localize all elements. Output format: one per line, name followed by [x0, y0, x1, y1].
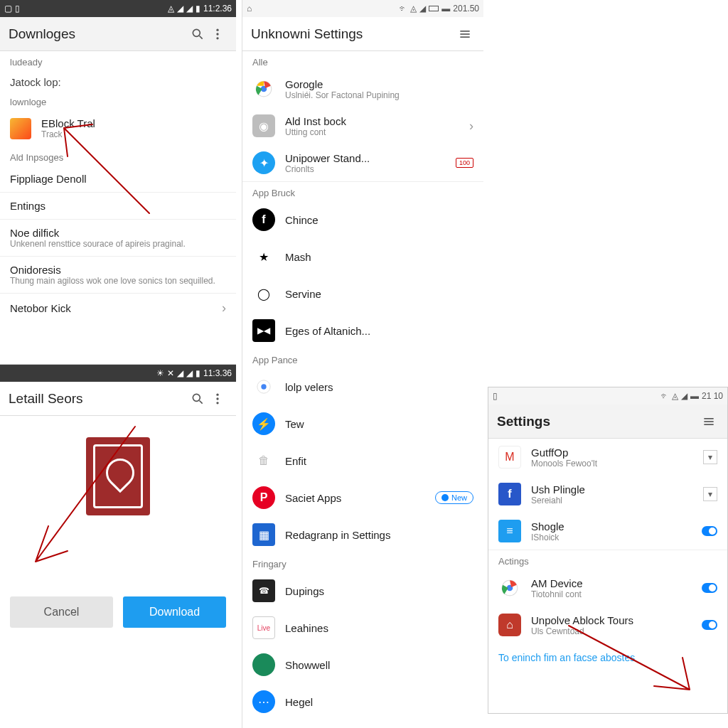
- download-button[interactable]: Download: [123, 596, 226, 628]
- app-bar: Unknowni Settings: [242, 17, 483, 51]
- battery-icon: ▬: [441, 4, 450, 14]
- status-icon: ⌂: [247, 4, 252, 14]
- new-toggle[interactable]: New: [435, 491, 473, 504]
- item-title: Servine: [285, 288, 473, 300]
- app-row-unipower[interactable]: ✦ Unipower Stand...Crionlts 100: [242, 144, 483, 182]
- hamburger-menu-icon[interactable]: [699, 412, 719, 432]
- item-title: Chince: [285, 214, 473, 226]
- item-title: Gorogle: [285, 78, 473, 90]
- svg-point-8: [216, 397, 218, 400]
- settings-row-ushplingle[interactable]: f Ush PlingleSereiahl ▾: [488, 476, 727, 513]
- panel-settings: ▯ ᯤ ◬ ◢ ▬ 21 10 Settings M GutffOpMonool…: [488, 387, 728, 714]
- item-title: Dupings: [285, 585, 473, 597]
- cancel-button[interactable]: Cancel: [10, 596, 113, 628]
- list-item[interactable]: OnidoresisThung main agiloss wok one lov…: [0, 257, 236, 294]
- item-subtitle: Track: [41, 129, 226, 139]
- settings-row-amdevice[interactable]: AM DeviceTiotohnil cont: [488, 569, 727, 606]
- item-title: Eges of Altanich...: [285, 325, 473, 337]
- item-title: Shogle: [531, 520, 692, 532]
- battery-icon: [429, 6, 439, 11]
- list-item[interactable]: ⚡Tew: [242, 405, 483, 442]
- app-thumbnail-icon: [10, 118, 31, 139]
- app-icon: ⌂: [498, 614, 521, 636]
- item-subtitle: Sereiahl: [531, 496, 693, 505]
- twitter-icon: ✦: [252, 151, 275, 174]
- panel-downloads: ▢ ▯ ◬ ◢ ◢ ▮ 11:2.36 Downloges ludeady Ja…: [0, 0, 236, 364]
- app-row-aldinstbock[interactable]: ◉ Ald Inst bockUtting cont ›: [242, 107, 483, 144]
- list-item[interactable]: LiveLeahines: [242, 609, 483, 646]
- footer-link[interactable]: To eninch fim an facse abostes: [488, 643, 727, 672]
- item-title: Tew: [285, 418, 473, 430]
- download-item[interactable]: EBlock Tral Track: [0, 110, 236, 146]
- svg-line-6: [200, 400, 203, 403]
- svg-point-0: [193, 29, 200, 36]
- apk-icon: [86, 437, 150, 515]
- item-subtitle: Utting cont: [285, 127, 459, 137]
- trash-icon: 🗑: [252, 449, 275, 472]
- item-title: Saciet Apps: [285, 492, 425, 504]
- list-item[interactable]: ★Mash: [242, 238, 483, 275]
- network-icon: ᯤ: [399, 4, 407, 14]
- item-title: Redagranp in Settings: [285, 529, 473, 541]
- app-icon: f: [498, 483, 521, 505]
- clock: 11:2.36: [203, 4, 232, 14]
- list-item[interactable]: ▶◀Eges of Altanich...: [242, 312, 483, 349]
- item-subtitle: Thung main agiloss wok one love sonics t…: [10, 276, 226, 286]
- list-item[interactable]: PSaciet AppsNew: [242, 479, 483, 516]
- settings-row-unpolve[interactable]: ⌂ Unpolve Ablock ToursUls Cewntoad: [488, 606, 727, 643]
- video-icon: ▶◀: [252, 319, 275, 342]
- status-bar: ▯ ᯤ ◬ ◢ ▬ 21 10: [488, 387, 727, 405]
- close-icon: ✕: [167, 368, 174, 378]
- status-icon: ▯: [15, 4, 20, 14]
- chevron-right-icon: ›: [222, 301, 226, 316]
- item-title: Entings: [10, 200, 226, 212]
- section-label: lownloge: [0, 91, 236, 110]
- chrome-icon: [252, 375, 275, 398]
- hamburger-menu-icon[interactable]: [455, 24, 475, 44]
- section-label: Actings: [488, 550, 727, 569]
- list-item[interactable]: lolp velers: [242, 368, 483, 405]
- list-item[interactable]: Netobor Kick›: [0, 294, 236, 323]
- search-icon[interactable]: [188, 389, 208, 409]
- page-title: Settings: [497, 414, 699, 429]
- list-item[interactable]: Noe dilfickUnkenenl rensttice sourace of…: [0, 220, 236, 257]
- wifi-icon: ◬: [672, 391, 678, 401]
- dropdown-icon[interactable]: ▾: [703, 487, 717, 501]
- toggle-switch[interactable]: [702, 620, 717, 630]
- list-item[interactable]: ☎Dupings: [242, 572, 483, 609]
- list-item[interactable]: ▦Redagranp in Settings: [242, 516, 483, 553]
- pill-label: New: [451, 493, 467, 502]
- svg-point-7: [216, 393, 218, 395]
- toggle-switch[interactable]: [702, 583, 717, 593]
- item-title: Showwell: [285, 659, 473, 671]
- section-label: App Bruck: [242, 182, 483, 201]
- status-bar: ▢ ▯ ◬ ◢ ◢ ▮ 11:2.36: [0, 0, 236, 17]
- battery-icon: ▮: [196, 368, 200, 378]
- section-label: Jatock lop:: [0, 70, 236, 91]
- brightness-icon: ☀: [156, 368, 164, 378]
- overflow-menu-icon[interactable]: [208, 389, 228, 409]
- calendar-icon: ▦: [252, 523, 275, 546]
- list-item[interactable]: Entings: [0, 193, 236, 220]
- section-label: Alle: [242, 51, 483, 70]
- list-item[interactable]: 🗑Enfit: [242, 442, 483, 479]
- app-row-gorogle[interactable]: GorogleUslniéi. Sor Factonal Pupining: [242, 70, 483, 107]
- list-item[interactable]: Fippliage Denoll: [0, 166, 236, 193]
- item-subtitle: Tiotohnil cont: [531, 589, 692, 599]
- section-label: ludeady: [0, 51, 236, 70]
- list-item[interactable]: Showwell: [242, 646, 483, 683]
- toggle-switch[interactable]: [702, 526, 717, 536]
- list-item[interactable]: ⋯Hegel: [242, 683, 483, 720]
- search-icon[interactable]: [188, 24, 208, 44]
- dropdown-icon[interactable]: ▾: [703, 450, 717, 464]
- item-subtitle: Unkenenl rensttice sourace of apireis pr…: [10, 239, 226, 249]
- overflow-menu-icon[interactable]: [208, 24, 228, 44]
- item-subtitle: Monools Fewoo'lt: [531, 459, 693, 469]
- list-item[interactable]: fChince: [242, 201, 483, 238]
- settings-row-gutffop[interactable]: M GutffOpMonools Fewoo'lt ▾: [488, 439, 727, 476]
- settings-row-shogle[interactable]: ≡ ShogleIShoick: [488, 513, 727, 550]
- item-subtitle: Uls Cewntoad: [531, 626, 692, 636]
- svg-point-2: [216, 28, 218, 31]
- signal-icon: ◢: [186, 4, 193, 14]
- list-item[interactable]: ◯Servine: [242, 275, 483, 312]
